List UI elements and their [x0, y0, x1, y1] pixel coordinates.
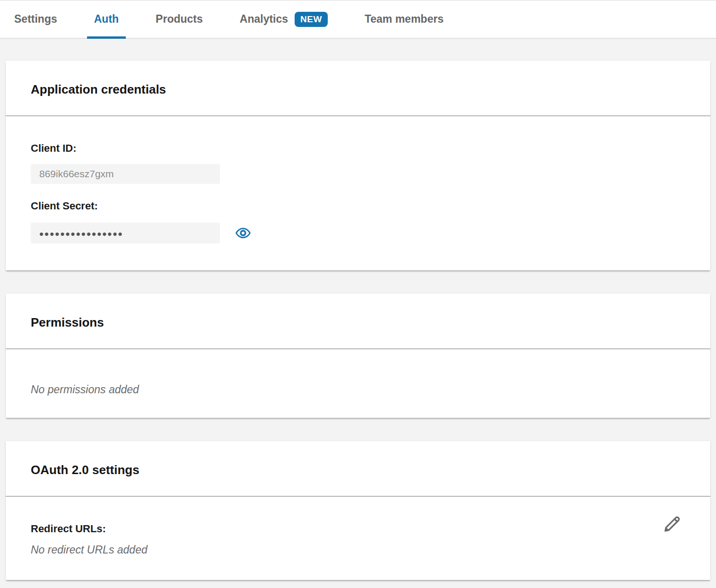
reveal-secret-button[interactable]	[235, 225, 251, 241]
oauth-settings-card: OAuth 2.0 settings Redirect URLs: No red…	[6, 441, 710, 580]
eye-icon	[235, 225, 251, 241]
permissions-header: Permissions	[6, 294, 710, 348]
client-id-label: Client ID:	[31, 142, 685, 155]
tab-bar: Settings Auth Products Analytics NEW Tea…	[0, 0, 716, 39]
oauth-settings-header: OAuth 2.0 settings	[6, 441, 710, 496]
tab-products[interactable]: Products	[148, 0, 210, 38]
active-tab-underline	[87, 36, 126, 39]
client-id-field[interactable]: 869ik66esz7gxm	[31, 164, 220, 184]
new-badge: NEW	[295, 12, 328, 27]
application-credentials-title: Application credentials	[31, 82, 685, 96]
tab-settings[interactable]: Settings	[7, 0, 64, 38]
redirect-urls-empty-text: No redirect URLs added	[31, 544, 685, 556]
oauth-settings-title: OAuth 2.0 settings	[31, 463, 685, 477]
redirect-urls-label: Redirect URLs:	[31, 523, 685, 535]
tab-analytics[interactable]: Analytics NEW	[233, 0, 335, 38]
client-secret-masked-value: ••••••••••••••••	[39, 228, 123, 240]
tab-auth[interactable]: Auth	[87, 0, 126, 38]
permissions-empty-text: No permissions added	[31, 383, 685, 396]
permissions-body: No permissions added	[6, 349, 710, 418]
tab-analytics-label: Analytics	[240, 13, 288, 26]
client-id-value: 869ik66esz7gxm	[39, 168, 114, 180]
client-secret-row: ••••••••••••••••	[31, 223, 685, 243]
tab-settings-label: Settings	[14, 13, 57, 26]
edit-redirect-urls-button[interactable]	[661, 513, 683, 536]
application-credentials-header: Application credentials	[6, 61, 710, 115]
application-credentials-body: Client ID: 869ik66esz7gxm Client Secret:…	[6, 116, 710, 270]
tab-team-members-label: Team members	[365, 13, 444, 26]
pencil-icon	[661, 513, 683, 535]
tab-auth-label: Auth	[94, 13, 119, 26]
tab-products-label: Products	[156, 13, 203, 26]
page-content: Application credentials Client ID: 869ik…	[0, 39, 716, 580]
tab-team-members[interactable]: Team members	[358, 0, 451, 38]
client-secret-label: Client Secret:	[31, 200, 685, 212]
application-credentials-card: Application credentials Client ID: 869ik…	[6, 61, 710, 270]
permissions-card: Permissions No permissions added	[6, 294, 710, 418]
client-secret-field[interactable]: ••••••••••••••••	[31, 223, 220, 243]
oauth-settings-body: Redirect URLs: No redirect URLs added	[6, 497, 710, 580]
permissions-title: Permissions	[31, 315, 685, 329]
